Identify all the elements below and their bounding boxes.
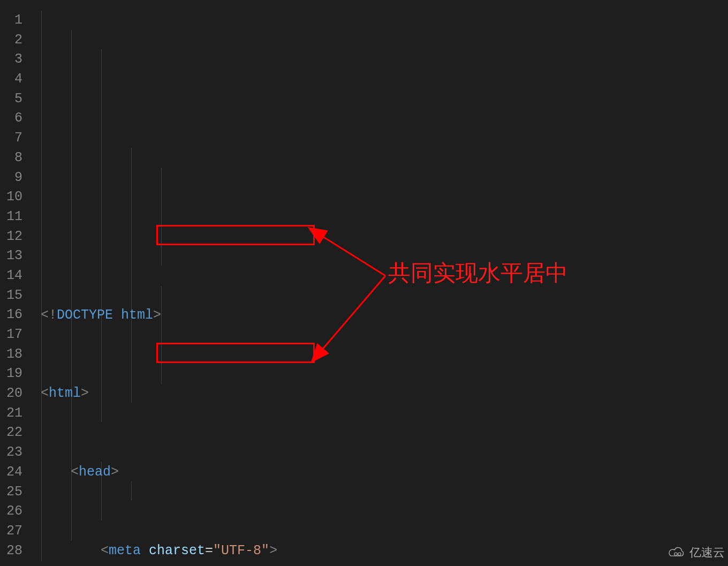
line-number: 25 bbox=[0, 482, 22, 502]
line-number: 6 bbox=[0, 109, 22, 129]
line-number: 5 bbox=[0, 89, 22, 109]
watermark: 亿速云 bbox=[668, 543, 725, 563]
line-number: 27 bbox=[0, 522, 22, 541]
line-number: 3 bbox=[0, 50, 22, 70]
annotation-highlight-box bbox=[156, 225, 315, 245]
code-line[interactable]: <!DOCTYPE html> bbox=[32, 306, 728, 326]
cloud-icon bbox=[668, 547, 686, 560]
line-number: 7 bbox=[0, 129, 22, 148]
line-number: 22 bbox=[0, 423, 22, 443]
line-number: 19 bbox=[0, 364, 22, 384]
code-line[interactable]: <html> bbox=[32, 384, 728, 404]
line-number: 28 bbox=[0, 541, 22, 561]
line-number: 20 bbox=[0, 384, 22, 404]
line-number: 15 bbox=[0, 286, 22, 306]
line-number: 26 bbox=[0, 502, 22, 522]
svg-point-3 bbox=[674, 553, 677, 555]
line-number: 4 bbox=[0, 70, 22, 89]
line-number: 10 bbox=[0, 187, 22, 207]
code-line[interactable]: <head> bbox=[32, 463, 728, 482]
line-number: 17 bbox=[0, 325, 22, 345]
code-line[interactable]: <meta charset="UTF-8"> bbox=[32, 541, 728, 561]
code-editor: 1234567891011121314151617181920212223242… bbox=[0, 0, 728, 566]
svg-point-4 bbox=[678, 553, 681, 555]
line-number: 11 bbox=[0, 207, 22, 227]
line-number: 16 bbox=[0, 305, 22, 325]
line-number: 18 bbox=[0, 345, 22, 365]
line-number: 13 bbox=[0, 246, 22, 266]
line-number: 1 bbox=[0, 11, 22, 31]
line-number: 9 bbox=[0, 168, 22, 188]
line-number: 12 bbox=[0, 227, 22, 247]
line-number: 24 bbox=[0, 463, 22, 482]
line-number: 14 bbox=[0, 266, 22, 286]
line-number: 2 bbox=[0, 31, 22, 50]
line-number: 23 bbox=[0, 443, 22, 463]
line-number: 21 bbox=[0, 404, 22, 424]
code-area[interactable]: <!DOCTYPE html> <html> <head> <meta char… bbox=[32, 0, 728, 566]
line-number: 8 bbox=[0, 148, 22, 168]
line-number-gutter: 1234567891011121314151617181920212223242… bbox=[0, 0, 32, 566]
